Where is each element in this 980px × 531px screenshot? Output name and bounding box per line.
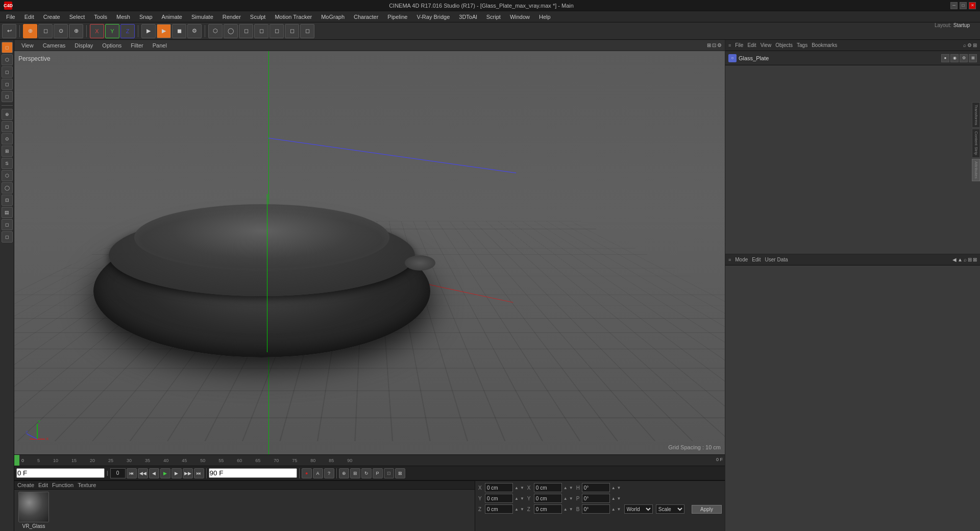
menu-edit[interactable]: Edit <box>20 13 38 21</box>
script-manager-btn[interactable]: ◻ <box>270 24 284 38</box>
coord-y-down[interactable]: ▼ <box>520 496 524 501</box>
left-tool-9[interactable]: ▤ <box>2 207 13 218</box>
left-tool-8[interactable]: ⊡ <box>2 195 13 206</box>
left-tool-10[interactable]: ◻ <box>2 219 13 230</box>
coord-p-input[interactable] <box>582 494 610 503</box>
render-options-btn[interactable]: ⚙ <box>187 24 202 38</box>
menu-motion-tracker[interactable]: Motion Tracker <box>271 13 316 21</box>
coord-y-input[interactable] <box>485 494 513 503</box>
menu-help[interactable]: Help <box>535 13 555 21</box>
maximize-btn[interactable]: □ <box>960 2 967 9</box>
coord-p-up[interactable]: ▲ <box>611 496 616 501</box>
obj-extra-btn[interactable]: ⊠ <box>969 54 977 62</box>
coord-world-dropdown[interactable]: World Object <box>624 504 653 514</box>
vp-fullscreen-btn[interactable]: ⊡ <box>712 42 716 48</box>
console-btn[interactable]: ◻ <box>300 24 314 38</box>
left-tool-5[interactable]: S <box>2 158 13 169</box>
material-btn[interactable]: ◯ <box>224 24 238 38</box>
axis-z-btn[interactable]: Z <box>120 24 135 38</box>
end-frame-input[interactable] <box>209 468 297 478</box>
menu-animate[interactable]: Animate <box>158 13 186 21</box>
key-remove-btn[interactable]: ⊞ <box>350 468 360 478</box>
attr-menu-mode[interactable]: Mode <box>735 257 748 262</box>
left-tool-sculpt[interactable]: ◻ <box>2 79 13 90</box>
render-queue-btn[interactable]: ◻ <box>254 24 268 38</box>
left-tool-6[interactable]: ⬡ <box>2 170 13 181</box>
coord-z2-input[interactable] <box>534 504 562 514</box>
coord-b-input[interactable] <box>582 504 610 514</box>
render-active-btn[interactable]: ▶ <box>157 24 171 38</box>
right-settings-icon[interactable]: ⚙ <box>967 42 972 48</box>
menu-mograph[interactable]: MoGraph <box>317 13 349 21</box>
menu-pipeline[interactable]: Pipeline <box>383 13 411 21</box>
right-expand-icon[interactable]: ⊞ <box>973 42 977 48</box>
edge-tab-content[interactable]: Content Strip <box>972 129 980 158</box>
left-tool-11[interactable]: ◻ <box>2 231 13 243</box>
menu-window[interactable]: Window <box>506 13 534 21</box>
coord-z-input[interactable] <box>485 504 513 514</box>
coord-b-up[interactable]: ▲ <box>611 507 616 512</box>
render-region-btn[interactable]: ▶ <box>141 24 156 38</box>
attr-back-icon[interactable]: ◀ <box>952 257 957 262</box>
menu-snap[interactable]: Snap <box>135 13 157 21</box>
minimize-btn[interactable]: ─ <box>950 2 958 9</box>
playback-next-btn[interactable]: ▶▶ <box>183 468 193 478</box>
menu-sculpt[interactable]: Sculpt <box>246 13 270 21</box>
coord-x2-up[interactable]: ▲ <box>564 486 568 490</box>
left-tool-model[interactable]: ◻ <box>2 42 13 53</box>
material-swatch-vrglass[interactable] <box>18 492 49 522</box>
mat-menu-create[interactable]: Create <box>17 482 34 488</box>
autokey-btn[interactable]: A <box>313 468 323 478</box>
record-keyframe-btn[interactable]: ⊡ <box>384 468 394 478</box>
coord-x-up[interactable]: ▲ <box>514 486 519 490</box>
vp-expand-btn[interactable]: ⊞ <box>707 42 711 48</box>
attr-settings-icon[interactable]: ⊠ <box>973 257 977 262</box>
axis-x-btn[interactable]: X <box>90 24 104 38</box>
vp-settings-btn[interactable]: ⚙ <box>717 42 722 48</box>
left-tool-2[interactable]: ◻ <box>2 121 13 132</box>
panel-menu-view[interactable]: View <box>761 42 772 48</box>
coord-x2-input[interactable] <box>534 483 562 492</box>
key-add-btn[interactable]: ⊕ <box>339 468 349 478</box>
mat-menu-edit[interactable]: Edit <box>38 482 48 488</box>
frame-start-val[interactable] <box>110 468 126 478</box>
vp-menu-display[interactable]: Display <box>70 41 97 50</box>
render-all-btn[interactable]: ◼ <box>172 24 186 38</box>
playback-next-frame-btn[interactable]: ▶ <box>172 468 182 478</box>
coord-z2-down[interactable]: ▼ <box>569 507 573 512</box>
timeline-show-btn[interactable]: ⊠ <box>395 468 405 478</box>
left-tool-1[interactable]: ⊕ <box>2 109 13 120</box>
axis-y-btn[interactable]: Y <box>105 24 119 38</box>
vp-menu-cameras[interactable]: Cameras <box>39 41 70 50</box>
close-btn[interactable]: ✕ <box>969 2 976 9</box>
coord-x-input[interactable] <box>485 483 513 492</box>
scale-btn[interactable]: ⊕ <box>69 24 83 38</box>
undo-btn[interactable]: ↩ <box>2 24 16 38</box>
coord-h-up[interactable]: ▲ <box>611 486 616 490</box>
attr-menu-edit[interactable]: Edit <box>752 257 761 262</box>
coord-z-down[interactable]: ▼ <box>520 507 524 512</box>
playback-play-btn[interactable]: ▶ <box>160 468 170 478</box>
obj-render-btn[interactable]: ◉ <box>950 54 959 62</box>
coord-h-input[interactable] <box>582 483 610 492</box>
edge-tab-attributes[interactable]: Attributes <box>972 159 980 181</box>
menu-vray-bridge[interactable]: V-Ray Bridge <box>412 13 454 21</box>
menu-render[interactable]: Render <box>218 13 245 21</box>
coord-y2-input[interactable] <box>534 494 562 503</box>
mat-menu-texture[interactable]: Texture <box>78 482 96 488</box>
coord-x-down[interactable]: ▼ <box>520 486 524 490</box>
menu-simulate[interactable]: Simulate <box>187 13 217 21</box>
help-btn[interactable]: ? <box>324 468 334 478</box>
menu-mesh[interactable]: Mesh <box>112 13 134 21</box>
left-tool-paint[interactable]: ◻ <box>2 66 13 78</box>
vp-menu-filter[interactable]: Filter <box>127 41 147 50</box>
coord-y2-up[interactable]: ▲ <box>564 496 568 501</box>
menu-character[interactable]: Character <box>350 13 382 21</box>
select-rect-btn[interactable]: ◻ <box>38 24 53 38</box>
panel-menu-edit[interactable]: Edit <box>747 42 756 48</box>
menu-3dtoal[interactable]: 3DToAl <box>455 13 481 21</box>
attr-arrow-icon[interactable]: ▲ <box>958 257 963 262</box>
vp-menu-view[interactable]: View <box>17 41 38 50</box>
playback-first-btn[interactable]: ⏮ <box>127 468 137 478</box>
attr-expand-icon[interactable]: ⊞ <box>968 257 972 262</box>
